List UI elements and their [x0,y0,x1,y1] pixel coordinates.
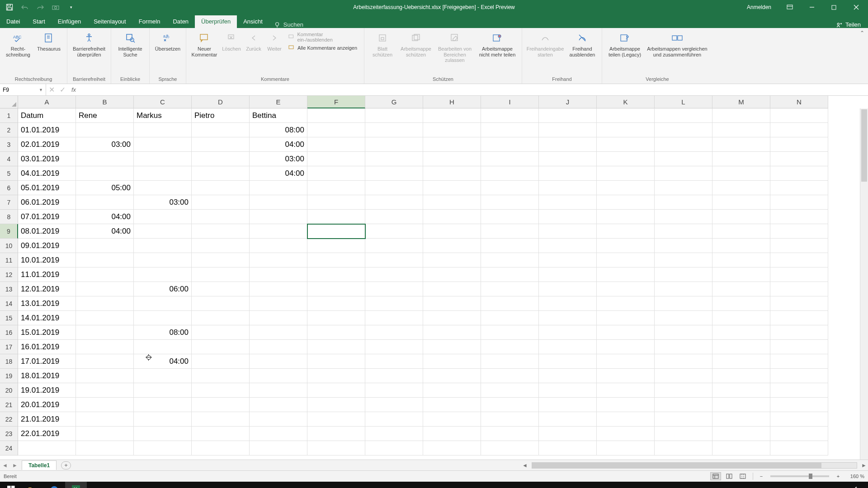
cell-F13[interactable] [307,282,365,296]
cell-H14[interactable] [423,296,481,311]
formula-input[interactable] [80,84,868,95]
vertical-scrollbar[interactable] [860,108,868,460]
tray-volume-icon[interactable] [853,487,859,488]
cell-H17[interactable] [423,340,481,354]
cell-J7[interactable] [539,195,597,210]
add-sheet-icon[interactable]: + [61,461,71,469]
tab-formeln[interactable]: Formeln [132,15,167,28]
share-workbook-legacy-button[interactable]: Arbeitsmappe teilen (Legacy) [606,30,644,75]
col-header-C[interactable]: C [134,96,192,108]
cell-A5[interactable]: 04.01.2019 [18,166,76,181]
cell-G18[interactable] [365,354,423,369]
row-header-21[interactable]: 21 [0,398,18,412]
undo-icon[interactable] [20,2,30,12]
insert-function-icon[interactable]: fx [68,84,80,95]
spreadsheet-grid[interactable]: ABCDEFGHIJKLMN 1DatumReneMarkusPietroBet… [0,96,868,460]
cell-F5[interactable] [307,166,365,181]
cell-I14[interactable] [481,296,539,311]
cell-G19[interactable] [365,369,423,383]
cell-K11[interactable] [597,253,655,267]
cell-L24[interactable] [655,441,712,455]
cell-D22[interactable] [192,412,250,427]
cell-F8[interactable] [307,210,365,224]
cell-L16[interactable] [655,325,712,340]
cell-L8[interactable] [655,210,712,224]
cell-J6[interactable] [539,181,597,195]
cell-F2[interactable] [307,123,365,137]
cell-L3[interactable] [655,137,712,152]
cell-C24[interactable] [134,441,192,455]
cell-D13[interactable] [192,282,250,296]
cell-I2[interactable] [481,123,539,137]
cell-I6[interactable] [481,181,539,195]
cell-G15[interactable] [365,311,423,325]
cell-A8[interactable]: 07.01.2019 [18,210,76,224]
cell-J14[interactable] [539,296,597,311]
view-pagelayout-icon[interactable] [724,472,735,480]
cell-E12[interactable] [250,267,307,282]
cell-A20[interactable]: 19.01.2019 [18,383,76,398]
cell-J15[interactable] [539,311,597,325]
cell-J3[interactable] [539,137,597,152]
cell-E15[interactable] [250,311,307,325]
cell-M10[interactable] [712,239,770,253]
cell-B5[interactable] [76,166,134,181]
cell-C4[interactable] [134,152,192,166]
cell-C7[interactable]: 03:00 [134,195,192,210]
zoom-in-icon[interactable]: + [835,474,842,479]
camera-icon[interactable] [51,2,61,12]
cell-M17[interactable] [712,340,770,354]
row-header-14[interactable]: 14 [0,296,18,311]
cell-J20[interactable] [539,383,597,398]
excel-taskbar-icon[interactable]: X [65,482,87,488]
horizontal-scrollbar[interactable] [532,462,857,469]
row-header-24[interactable]: 24 [0,441,18,455]
cell-A15[interactable]: 14.01.2019 [18,311,76,325]
close-icon[interactable] [846,0,866,14]
cell-A21[interactable]: 20.01.2019 [18,398,76,412]
col-header-M[interactable]: M [712,96,770,108]
cell-A10[interactable]: 09.01.2019 [18,239,76,253]
cell-A19[interactable]: 18.01.2019 [18,369,76,383]
cell-C14[interactable] [134,296,192,311]
row-header-17[interactable]: 17 [0,340,18,354]
cell-B9[interactable]: 04:00 [76,224,134,239]
view-normal-icon[interactable] [710,472,721,480]
cell-B23[interactable] [76,427,134,441]
row-header-16[interactable]: 16 [0,325,18,340]
cell-I9[interactable] [481,224,539,239]
cell-L20[interactable] [655,383,712,398]
col-header-G[interactable]: G [365,96,423,108]
cell-F1[interactable] [307,108,365,123]
cell-B6[interactable]: 05:00 [76,181,134,195]
cell-L9[interactable] [655,224,712,239]
cell-F3[interactable] [307,137,365,152]
cell-K16[interactable] [597,325,655,340]
cell-D11[interactable] [192,253,250,267]
cell-J22[interactable] [539,412,597,427]
cell-B24[interactable] [76,441,134,455]
cell-I12[interactable] [481,267,539,282]
cell-K20[interactable] [597,383,655,398]
cell-H13[interactable] [423,282,481,296]
col-header-H[interactable]: H [423,96,481,108]
spellcheck-button[interactable]: ABCRecht- schreibung [4,30,33,75]
cell-G14[interactable] [365,296,423,311]
cell-I8[interactable] [481,210,539,224]
row-header-6[interactable]: 6 [0,181,18,195]
collapse-ribbon-icon[interactable]: ⌃ [860,30,864,36]
cell-N5[interactable] [770,166,828,181]
cell-B10[interactable] [76,239,134,253]
cell-H8[interactable] [423,210,481,224]
cell-D3[interactable] [192,137,250,152]
cell-B13[interactable] [76,282,134,296]
cell-N15[interactable] [770,311,828,325]
cell-H15[interactable] [423,311,481,325]
cell-B11[interactable] [76,253,134,267]
cell-G22[interactable] [365,412,423,427]
cell-J9[interactable] [539,224,597,239]
signin-link[interactable]: Anmelden [741,4,778,10]
col-header-A[interactable]: A [18,96,76,108]
qat-customize-icon[interactable]: ▾ [66,2,76,12]
cell-K22[interactable] [597,412,655,427]
